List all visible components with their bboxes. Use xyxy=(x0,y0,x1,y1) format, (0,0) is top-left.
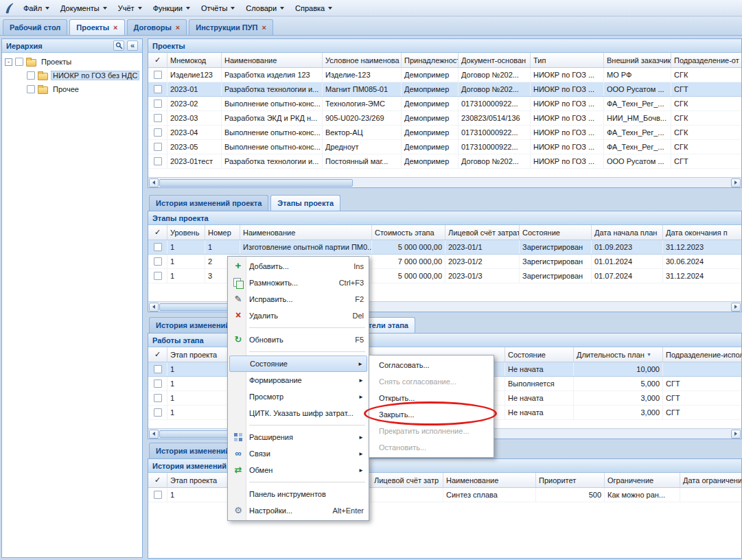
menu-item[interactable]: Состояние► xyxy=(229,355,367,372)
row-checkbox[interactable] xyxy=(154,243,162,251)
tree-checkbox[interactable] xyxy=(27,85,35,93)
row-checkbox[interactable] xyxy=(154,491,162,499)
row-checkbox[interactable] xyxy=(154,408,162,417)
search-icon[interactable] xyxy=(113,40,124,51)
menu-item[interactable]: Закрыть... xyxy=(371,406,492,423)
scroll-track[interactable] xyxy=(159,178,730,187)
row-checkbox[interactable] xyxy=(154,143,162,151)
column-header[interactable]: Дата начала план xyxy=(592,225,663,240)
projects-h-scrollbar[interactable] xyxy=(148,177,741,187)
scroll-left-button[interactable] xyxy=(149,303,159,312)
tab[interactable]: Инструкции ПУП× xyxy=(189,19,273,35)
menu-item[interactable]: Просмотр► xyxy=(229,388,367,405)
menu-item[interactable]: ⇄Обмен► xyxy=(229,462,367,478)
menubar-item[interactable]: Файл xyxy=(18,1,55,15)
column-header[interactable]: Условное наименова xyxy=(323,53,402,67)
column-header[interactable]: Лицевой счёт затрат xyxy=(445,225,520,240)
grid-row[interactable]: 11Изготовление опытной партии ПМ0...5 00… xyxy=(148,240,741,255)
tab[interactable]: История изменений проекта xyxy=(149,195,268,211)
menubar-item[interactable]: Словари xyxy=(240,1,290,15)
menu-item[interactable]: ∞Связи► xyxy=(229,445,367,462)
column-header[interactable]: Внешний заказчик xyxy=(604,53,671,67)
menu-item[interactable]: Размножить...Ctrl+F3 xyxy=(229,275,367,291)
menu-item[interactable]: ЦИТК. Указать шифр затрат... xyxy=(229,405,367,421)
column-header[interactable]: Принадлежность xyxy=(402,53,459,67)
menu-item[interactable]: ⚙Настройки...Alt+Enter xyxy=(229,502,367,519)
scroll-right-button[interactable] xyxy=(731,430,741,439)
scroll-right-button[interactable] xyxy=(731,303,741,312)
scroll-left-button[interactable] xyxy=(149,178,159,187)
scroll-right-button[interactable] xyxy=(731,178,741,187)
grid-row[interactable]: Изделие123Разработка изделия 123Изделие-… xyxy=(148,68,741,82)
column-header[interactable]: Стоимость этапа xyxy=(372,225,445,240)
column-header[interactable]: Наименование xyxy=(443,473,536,487)
column-header[interactable]: Номер xyxy=(205,225,240,240)
tree-node[interactable]: Прочее xyxy=(2,82,142,96)
tab[interactable]: История изменений xyxy=(149,443,237,458)
menu-item[interactable]: Согласовать... xyxy=(371,357,492,373)
column-header[interactable]: Приоритет xyxy=(536,473,605,487)
collapse-panel-icon[interactable]: « xyxy=(127,40,138,51)
column-header[interactable]: Ограничение xyxy=(605,473,680,487)
menu-item[interactable]: Открыть... xyxy=(371,390,492,406)
column-header[interactable]: Уровень xyxy=(167,225,205,240)
column-header[interactable]: Наименование xyxy=(222,53,323,67)
menu-item[interactable]: Расширения► xyxy=(229,429,367,445)
menubar-item[interactable]: Учёт xyxy=(113,1,148,15)
tab[interactable]: Проекты× xyxy=(69,19,124,35)
tree-checkbox[interactable] xyxy=(15,58,23,66)
row-checkbox[interactable] xyxy=(154,272,162,280)
scroll-thumb[interactable] xyxy=(159,179,353,187)
column-header[interactable]: Документ-основан xyxy=(459,53,531,67)
column-header[interactable]: Состояние xyxy=(520,225,592,240)
column-header[interactable]: Длительность план▼ xyxy=(574,347,663,362)
grid-row[interactable]: 2023-03Разработка ЭКД и РКД н...905-U020… xyxy=(148,111,741,126)
column-header[interactable]: Состояние xyxy=(505,347,574,362)
column-header[interactable]: ✓ xyxy=(148,473,167,487)
menubar-item[interactable]: Справка xyxy=(290,1,338,15)
grid-row[interactable]: 2023-05Выполнение опытно-конс...Дредноут… xyxy=(148,140,741,154)
menu-item[interactable]: +Добавить...Ins xyxy=(229,258,367,275)
menubar-item[interactable]: Документы xyxy=(55,1,113,15)
scroll-left-button[interactable] xyxy=(149,430,159,439)
grid-row[interactable]: 2023-04Выполнение опытно-конс...Вектор-А… xyxy=(148,126,741,140)
column-header[interactable]: Дата ограничения xyxy=(680,473,741,487)
menu-item[interactable]: ×УдалитьDel xyxy=(229,307,367,324)
column-header[interactable]: Лицевой счёт затр xyxy=(371,473,443,487)
row-checkbox[interactable] xyxy=(154,71,162,79)
row-checkbox[interactable] xyxy=(154,257,162,266)
tab[interactable]: Рабочий стол xyxy=(3,19,67,35)
row-checkbox[interactable] xyxy=(154,128,162,137)
column-header[interactable]: ✓ xyxy=(148,347,167,362)
tab[interactable]: Договоры× xyxy=(127,19,187,35)
menubar-item[interactable]: Отчёты xyxy=(196,1,240,15)
grid-row[interactable]: 2023-02Выполнение опытно-конс...Технолог… xyxy=(148,97,741,111)
menu-item[interactable]: ↻ОбновитьF5 xyxy=(229,331,367,348)
tree-node[interactable]: -Проекты xyxy=(2,55,142,69)
column-header[interactable]: Тип xyxy=(531,53,604,67)
column-header[interactable]: Подразделение-от xyxy=(671,53,741,67)
column-header[interactable]: Наименование xyxy=(240,225,372,240)
row-checkbox[interactable] xyxy=(154,157,162,165)
column-header[interactable]: Подразделение-исполн xyxy=(663,347,741,362)
grid-row[interactable]: 2023-01тестРазработка технологии и...Пос… xyxy=(148,154,741,169)
tab-close-icon[interactable]: × xyxy=(113,24,117,31)
tree-expander-icon[interactable]: - xyxy=(5,58,12,66)
row-checkbox[interactable] xyxy=(154,380,162,388)
menu-item[interactable]: ✎Исправить...F2 xyxy=(229,291,367,307)
column-header[interactable]: Мнемокод xyxy=(167,53,222,67)
column-header[interactable]: ✓ xyxy=(148,225,167,240)
tree-checkbox[interactable] xyxy=(27,71,35,80)
grid-row[interactable]: 2023-01Разработка технологии и...Магнит … xyxy=(148,82,741,97)
tab-close-icon[interactable]: × xyxy=(262,24,266,31)
row-checkbox[interactable] xyxy=(154,114,162,122)
row-checkbox[interactable] xyxy=(154,100,162,108)
column-header[interactable]: Дата окончания п xyxy=(663,225,741,240)
menubar-item[interactable]: Функции xyxy=(148,1,196,15)
tab[interactable]: Этапы проекта xyxy=(270,195,340,211)
menu-item[interactable]: Формирование► xyxy=(229,372,367,388)
column-header[interactable]: ✓ xyxy=(148,53,167,67)
tab-close-icon[interactable]: × xyxy=(176,24,180,31)
row-checkbox[interactable] xyxy=(154,85,162,93)
menu-item[interactable]: Панель инструментов xyxy=(229,486,367,502)
